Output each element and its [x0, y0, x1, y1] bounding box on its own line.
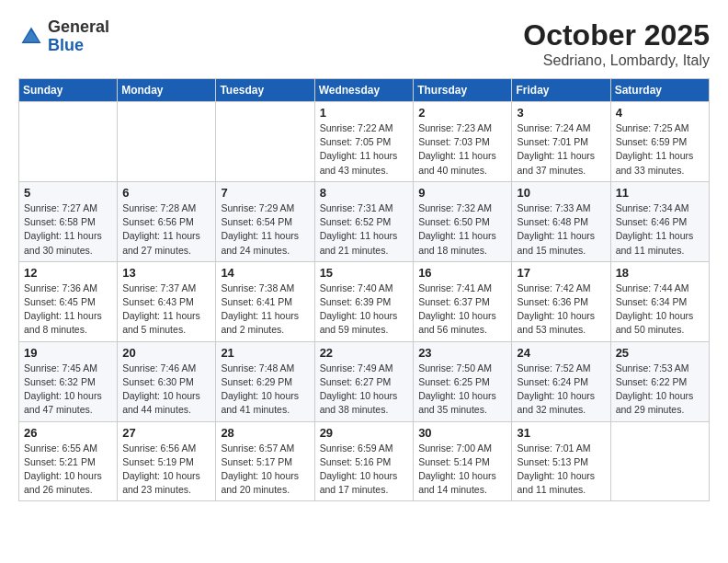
day-info: Sunrise: 7:32 AM Sunset: 6:50 PM Dayligh…	[418, 201, 506, 258]
calendar-week-row: 5Sunrise: 7:27 AM Sunset: 6:58 PM Daylig…	[19, 181, 710, 261]
day-info: Sunrise: 7:24 AM Sunset: 7:01 PM Dayligh…	[517, 121, 605, 178]
day-number: 12	[24, 266, 112, 280]
calendar-cell: 21Sunrise: 7:48 AM Sunset: 6:29 PM Dayli…	[216, 341, 314, 421]
day-number: 31	[517, 426, 605, 440]
day-info: Sunrise: 7:40 AM Sunset: 6:39 PM Dayligh…	[320, 282, 409, 338]
calendar-cell: 13Sunrise: 7:37 AM Sunset: 6:43 PM Dayli…	[118, 261, 216, 341]
day-info: Sunrise: 6:55 AM Sunset: 5:21 PM Dayligh…	[24, 442, 112, 498]
day-number: 22	[320, 346, 409, 360]
day-number: 4	[616, 106, 704, 120]
logo-blue-text: Blue	[48, 36, 84, 54]
day-number: 27	[122, 426, 210, 440]
day-number: 6	[122, 186, 210, 200]
calendar-cell	[118, 102, 216, 182]
day-number: 25	[616, 346, 704, 360]
day-info: Sunrise: 7:23 AM Sunset: 7:03 PM Dayligh…	[418, 121, 506, 178]
calendar-cell: 25Sunrise: 7:53 AM Sunset: 6:22 PM Dayli…	[610, 341, 709, 421]
weekday-header-sunday: Sunday	[19, 79, 118, 102]
calendar-cell: 17Sunrise: 7:42 AM Sunset: 6:36 PM Dayli…	[512, 261, 610, 341]
day-info: Sunrise: 7:38 AM Sunset: 6:41 PM Dayligh…	[221, 282, 309, 338]
day-info: Sunrise: 7:25 AM Sunset: 6:59 PM Dayligh…	[616, 121, 704, 178]
day-number: 13	[122, 266, 210, 280]
calendar-cell: 6Sunrise: 7:28 AM Sunset: 6:56 PM Daylig…	[118, 181, 216, 261]
calendar-cell: 10Sunrise: 7:33 AM Sunset: 6:48 PM Dayli…	[512, 181, 610, 261]
calendar-cell: 23Sunrise: 7:50 AM Sunset: 6:25 PM Dayli…	[414, 341, 512, 421]
weekday-header-friday: Friday	[512, 79, 610, 102]
calendar-cell: 3Sunrise: 7:24 AM Sunset: 7:01 PM Daylig…	[512, 102, 610, 182]
day-number: 17	[517, 266, 605, 280]
day-info: Sunrise: 7:00 AM Sunset: 5:14 PM Dayligh…	[418, 442, 506, 498]
calendar-cell: 22Sunrise: 7:49 AM Sunset: 6:27 PM Dayli…	[314, 341, 414, 421]
day-info: Sunrise: 7:37 AM Sunset: 6:43 PM Dayligh…	[122, 282, 210, 338]
calendar-week-row: 12Sunrise: 7:36 AM Sunset: 6:45 PM Dayli…	[19, 261, 710, 341]
calendar-week-row: 26Sunrise: 6:55 AM Sunset: 5:21 PM Dayli…	[19, 421, 710, 501]
weekday-header-wednesday: Wednesday	[314, 79, 414, 102]
day-info: Sunrise: 7:01 AM Sunset: 5:13 PM Dayligh…	[517, 442, 605, 498]
day-number: 9	[418, 186, 506, 200]
logo-icon	[18, 24, 44, 50]
calendar-cell	[610, 421, 709, 501]
calendar-cell: 31Sunrise: 7:01 AM Sunset: 5:13 PM Dayli…	[512, 421, 610, 501]
day-info: Sunrise: 7:22 AM Sunset: 7:05 PM Dayligh…	[320, 121, 409, 178]
day-info: Sunrise: 7:36 AM Sunset: 6:45 PM Dayligh…	[24, 282, 112, 338]
day-info: Sunrise: 7:46 AM Sunset: 6:30 PM Dayligh…	[122, 362, 210, 418]
logo: General Blue	[18, 18, 109, 55]
day-number: 8	[320, 186, 409, 200]
calendar-cell: 12Sunrise: 7:36 AM Sunset: 6:45 PM Dayli…	[19, 261, 118, 341]
day-number: 19	[24, 346, 112, 360]
day-number: 28	[221, 426, 309, 440]
location-title: Sedriano, Lombardy, Italy	[523, 52, 710, 69]
day-info: Sunrise: 7:41 AM Sunset: 6:37 PM Dayligh…	[418, 282, 506, 338]
day-info: Sunrise: 6:56 AM Sunset: 5:19 PM Dayligh…	[122, 442, 210, 498]
day-number: 30	[418, 426, 506, 440]
calendar-cell: 24Sunrise: 7:52 AM Sunset: 6:24 PM Dayli…	[512, 341, 610, 421]
day-info: Sunrise: 7:34 AM Sunset: 6:46 PM Dayligh…	[616, 201, 704, 258]
day-number: 1	[320, 106, 409, 120]
day-info: Sunrise: 7:31 AM Sunset: 6:52 PM Dayligh…	[320, 201, 409, 258]
calendar-cell: 4Sunrise: 7:25 AM Sunset: 6:59 PM Daylig…	[610, 102, 709, 182]
day-info: Sunrise: 7:49 AM Sunset: 6:27 PM Dayligh…	[320, 362, 409, 418]
weekday-header-saturday: Saturday	[610, 79, 709, 102]
day-number: 23	[418, 346, 506, 360]
calendar-week-row: 19Sunrise: 7:45 AM Sunset: 6:32 PM Dayli…	[19, 341, 710, 421]
day-number: 21	[221, 346, 309, 360]
calendar-cell: 28Sunrise: 6:57 AM Sunset: 5:17 PM Dayli…	[216, 421, 314, 501]
day-number: 2	[418, 106, 506, 120]
calendar-cell: 20Sunrise: 7:46 AM Sunset: 6:30 PM Dayli…	[118, 341, 216, 421]
day-number: 18	[616, 266, 704, 280]
calendar-cell: 30Sunrise: 7:00 AM Sunset: 5:14 PM Dayli…	[414, 421, 512, 501]
weekday-header-monday: Monday	[118, 79, 216, 102]
day-number: 3	[517, 106, 605, 120]
calendar-cell: 2Sunrise: 7:23 AM Sunset: 7:03 PM Daylig…	[414, 102, 512, 182]
day-number: 5	[24, 186, 112, 200]
calendar-table: SundayMondayTuesdayWednesdayThursdayFrid…	[18, 78, 710, 501]
page-header: General Blue October 2025 Sedriano, Lomb…	[18, 18, 710, 69]
day-number: 24	[517, 346, 605, 360]
calendar-cell: 7Sunrise: 7:29 AM Sunset: 6:54 PM Daylig…	[216, 181, 314, 261]
calendar-cell: 14Sunrise: 7:38 AM Sunset: 6:41 PM Dayli…	[216, 261, 314, 341]
calendar-header-row: SundayMondayTuesdayWednesdayThursdayFrid…	[19, 79, 710, 102]
calendar-cell: 1Sunrise: 7:22 AM Sunset: 7:05 PM Daylig…	[314, 102, 414, 182]
calendar-cell: 16Sunrise: 7:41 AM Sunset: 6:37 PM Dayli…	[414, 261, 512, 341]
day-number: 16	[418, 266, 506, 280]
day-number: 20	[122, 346, 210, 360]
day-number: 10	[517, 186, 605, 200]
calendar-cell: 27Sunrise: 6:56 AM Sunset: 5:19 PM Dayli…	[118, 421, 216, 501]
calendar-cell: 11Sunrise: 7:34 AM Sunset: 6:46 PM Dayli…	[610, 181, 709, 261]
weekday-header-tuesday: Tuesday	[216, 79, 314, 102]
day-number: 11	[616, 186, 704, 200]
calendar-cell: 9Sunrise: 7:32 AM Sunset: 6:50 PM Daylig…	[414, 181, 512, 261]
day-number: 26	[24, 426, 112, 440]
calendar-cell: 29Sunrise: 6:59 AM Sunset: 5:16 PM Dayli…	[314, 421, 414, 501]
day-info: Sunrise: 7:28 AM Sunset: 6:56 PM Dayligh…	[122, 201, 210, 258]
day-info: Sunrise: 7:52 AM Sunset: 6:24 PM Dayligh…	[517, 362, 605, 418]
weekday-header-thursday: Thursday	[414, 79, 512, 102]
day-info: Sunrise: 7:29 AM Sunset: 6:54 PM Dayligh…	[221, 201, 309, 258]
day-number: 14	[221, 266, 309, 280]
day-info: Sunrise: 7:45 AM Sunset: 6:32 PM Dayligh…	[24, 362, 112, 418]
day-info: Sunrise: 7:44 AM Sunset: 6:34 PM Dayligh…	[616, 282, 704, 338]
day-info: Sunrise: 6:57 AM Sunset: 5:17 PM Dayligh…	[221, 442, 309, 498]
day-info: Sunrise: 6:59 AM Sunset: 5:16 PM Dayligh…	[320, 442, 409, 498]
calendar-cell: 26Sunrise: 6:55 AM Sunset: 5:21 PM Dayli…	[19, 421, 118, 501]
calendar-cell: 8Sunrise: 7:31 AM Sunset: 6:52 PM Daylig…	[314, 181, 414, 261]
